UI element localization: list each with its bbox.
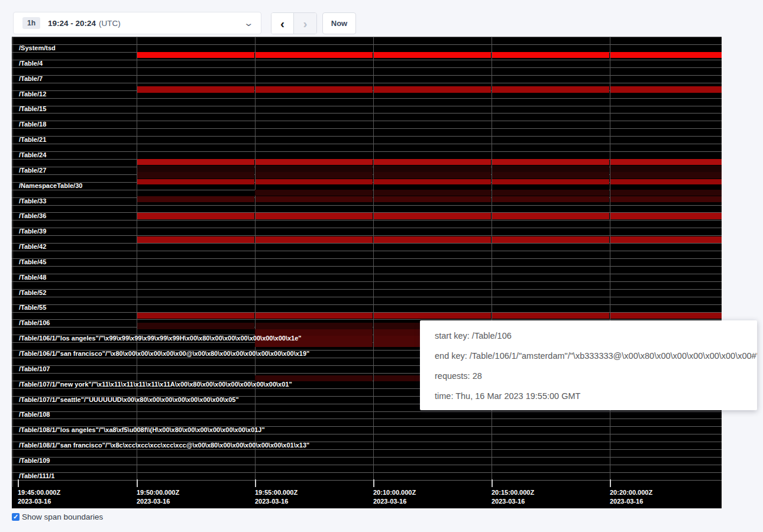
heat-band bbox=[256, 159, 373, 165]
x-axis-date: 2023-03-16 bbox=[18, 497, 60, 506]
span-boundary-line bbox=[12, 98, 722, 99]
heat-band bbox=[374, 236, 491, 243]
heat-band bbox=[256, 172, 373, 179]
x-axis-date: 2023-03-16 bbox=[373, 497, 416, 506]
row-label: /Table/36 bbox=[19, 212, 46, 219]
heat-band bbox=[610, 52, 722, 59]
span-tooltip: start key: /Table/106 end key: /Table/10… bbox=[420, 320, 757, 410]
span-boundary-line bbox=[12, 480, 722, 481]
heat-band bbox=[137, 196, 254, 202]
heat-band bbox=[610, 159, 722, 165]
x-axis-label: 19:50:00.000Z2023-03-16 bbox=[137, 488, 179, 506]
row-label: /Table/107 bbox=[19, 365, 50, 372]
row-label: /Table/108/1/"san francisco"/"\x8c\xcc\x… bbox=[19, 442, 309, 449]
heat-band bbox=[256, 213, 373, 219]
row-label: /Table/108/1/"los angeles"/"\xa8\xf5\u00… bbox=[19, 426, 265, 433]
heat-band bbox=[374, 172, 491, 179]
span-boundary-line bbox=[12, 44, 722, 45]
x-axis-time: 19:50:00.000Z bbox=[137, 488, 179, 497]
chevron-down-icon: ⌄ bbox=[244, 20, 254, 26]
heat-band bbox=[610, 313, 722, 319]
heat-band bbox=[492, 313, 609, 319]
key-visualizer-canvas[interactable]: /System/tsd/Table/4/Table/7/Table/12/Tab… bbox=[12, 37, 722, 508]
x-axis-time: 20:20:00.000Z bbox=[610, 488, 652, 497]
span-boundary-line bbox=[12, 83, 722, 83]
heat-band bbox=[610, 190, 722, 196]
span-boundary-line bbox=[12, 304, 722, 305]
heat-band bbox=[256, 236, 373, 243]
heat-band bbox=[492, 86, 609, 93]
chart-left-edge-line bbox=[12, 37, 13, 487]
heat-band bbox=[492, 196, 609, 202]
span-boundary-line bbox=[12, 258, 722, 259]
heat-band bbox=[137, 159, 254, 165]
x-axis-time: 19:55:00.000Z bbox=[255, 488, 298, 497]
span-boundary-line bbox=[12, 434, 722, 434]
show-span-boundaries-checkbox[interactable]: ✓ bbox=[12, 513, 20, 521]
span-boundary-line bbox=[12, 106, 722, 106]
row-label: /Table/45 bbox=[19, 258, 46, 265]
x-axis-tick bbox=[18, 479, 19, 487]
heat-band bbox=[256, 86, 373, 93]
heat-band bbox=[492, 236, 609, 243]
heat-band bbox=[255, 190, 373, 196]
x-axis-label: 19:55:00.000Z2023-03-16 bbox=[255, 488, 298, 506]
heat-band bbox=[374, 52, 491, 59]
x-axis-tick bbox=[255, 479, 256, 487]
span-boundary-line bbox=[12, 136, 722, 137]
heat-band bbox=[374, 179, 491, 185]
span-boundary-line bbox=[12, 449, 722, 450]
row-label: /Table/107/1/"new york"/"\x11\x11\x11\x1… bbox=[19, 381, 292, 388]
x-axis-time: 20:15:00.000Z bbox=[492, 488, 534, 497]
now-button[interactable]: Now bbox=[322, 12, 356, 34]
heat-band bbox=[374, 86, 491, 93]
tooltip-requests: requests: 28 bbox=[435, 366, 757, 386]
span-boundary-line bbox=[12, 75, 722, 76]
tooltip-end-key: end key: /Table/106/1/"amsterdam"/"\xb33… bbox=[435, 346, 757, 366]
prev-time-button[interactable]: ‹ bbox=[271, 13, 294, 34]
heat-band bbox=[256, 179, 373, 185]
next-time-button-disabled: › bbox=[294, 13, 316, 34]
heat-band bbox=[256, 52, 373, 59]
span-boundary-line bbox=[12, 297, 722, 297]
heat-band bbox=[256, 166, 373, 172]
heat-band bbox=[492, 172, 609, 179]
row-label: /Table/18 bbox=[19, 121, 46, 128]
row-label: /Table/52 bbox=[19, 289, 46, 296]
heat-band bbox=[492, 179, 609, 185]
x-axis-label: 20:15:00.000Z2023-03-16 bbox=[492, 488, 534, 506]
x-axis-tick bbox=[137, 479, 138, 487]
heat-band bbox=[492, 52, 609, 59]
row-label: /System/tsd bbox=[19, 44, 56, 51]
row-label: /Table/106 bbox=[19, 319, 50, 326]
span-boundary-line bbox=[12, 220, 722, 220]
range-duration-badge: 1h bbox=[22, 17, 40, 29]
row-label: /Table/33 bbox=[19, 197, 46, 205]
span-boundary-line bbox=[12, 465, 722, 465]
heat-band bbox=[137, 323, 254, 329]
span-boundary-line bbox=[12, 243, 722, 244]
row-label: /Table/108 bbox=[19, 411, 50, 418]
row-label: /Table/107/1/"seattle"/"UUUUUUD\x00\x80\… bbox=[19, 396, 239, 403]
heat-band bbox=[610, 166, 722, 172]
heat-band bbox=[374, 166, 491, 172]
span-boundary-line bbox=[12, 472, 722, 473]
span-boundary-line bbox=[12, 113, 722, 113]
heat-band bbox=[256, 313, 373, 319]
span-boundary-line bbox=[12, 419, 722, 419]
heat-band bbox=[610, 86, 722, 93]
heat-band bbox=[610, 179, 722, 185]
x-axis-date: 2023-03-16 bbox=[255, 497, 298, 506]
time-range-selector[interactable]: 1h 19:24 - 20:24 (UTC) ⌄ bbox=[13, 12, 261, 34]
span-boundary-line bbox=[12, 128, 722, 129]
heat-band bbox=[137, 179, 254, 185]
span-boundary-line bbox=[12, 457, 722, 458]
x-axis-label: 20:20:00.000Z2023-03-16 bbox=[610, 488, 652, 506]
span-boundary-line bbox=[12, 228, 722, 228]
show-span-boundaries-label: Show span boundaries bbox=[22, 512, 103, 521]
time-gridline bbox=[137, 37, 137, 487]
span-boundary-line bbox=[12, 60, 722, 60]
range-timezone-text: (UTC) bbox=[99, 19, 121, 28]
heat-band bbox=[137, 236, 254, 243]
x-axis-date: 2023-03-16 bbox=[610, 497, 652, 506]
